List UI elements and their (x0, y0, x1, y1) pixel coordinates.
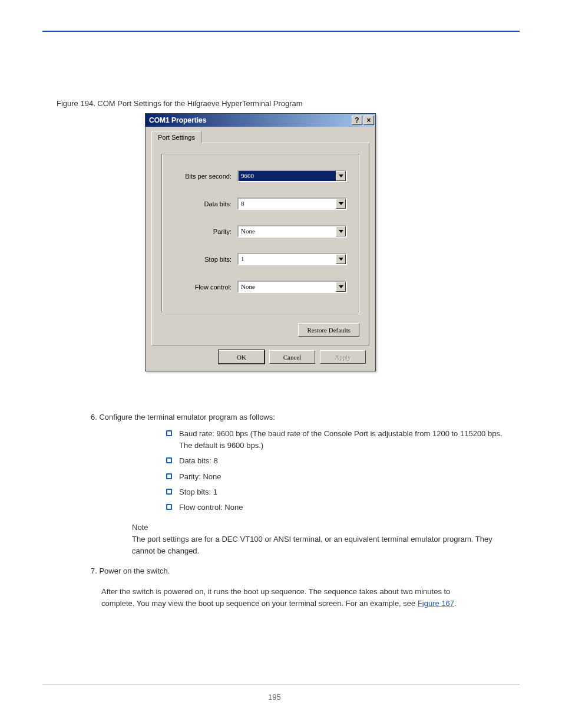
data-bits-select[interactable]: 8 (237, 197, 347, 210)
bullet-icon (166, 430, 172, 436)
help-icon[interactable]: ? (352, 116, 362, 125)
bullet-icon (166, 489, 172, 495)
stop-bits-select[interactable]: 1 (237, 253, 347, 265)
step-8-text-c: . (454, 599, 457, 608)
page-number: 195 (268, 693, 281, 701)
label-bits-per-second: Bits per second: (174, 173, 237, 180)
bullet-icon (166, 457, 172, 463)
parity-select[interactable]: None (237, 225, 347, 238)
note-body: The port settings are for a DEC VT100 or… (132, 533, 509, 557)
restore-defaults-button[interactable]: Restore Defaults (298, 323, 359, 337)
tab-port-settings[interactable]: Port Settings (151, 131, 201, 143)
label-data-bits: Data bits: (174, 200, 237, 207)
chevron-down-icon[interactable] (336, 171, 346, 181)
apply-button[interactable]: Apply (320, 350, 366, 364)
step-8-paragraph: After the switch is powered on, it runs … (101, 586, 478, 610)
label-stop-bits: Stop bits: (174, 256, 237, 263)
titlebar-title: COM1 Properties (149, 116, 351, 124)
list-item: Baud rate: 9600 bps (The baud rate of th… (179, 428, 503, 452)
list-item: Parity: None (179, 471, 222, 483)
step-8-text-a: After the switch is powered on, it runs … (101, 587, 450, 608)
step-7: 7. Power on the switch. (91, 565, 468, 577)
bits-per-second-select[interactable]: 9600 (237, 170, 347, 182)
settings-list: Baud rate: 9600 bps (The baud rate of th… (166, 428, 503, 513)
data-bits-value: 8 (239, 199, 336, 209)
cancel-button[interactable]: Cancel (269, 350, 315, 364)
settings-group: Bits per second: 9600 Data bits: 8 Parit… (161, 154, 359, 312)
com-properties-dialog: COM1 Properties ? × Port Settings Bits p… (145, 113, 376, 371)
chevron-down-icon[interactable] (336, 226, 346, 236)
bullet-icon (166, 473, 172, 479)
parity-value: None (239, 226, 336, 236)
note-block: Note The port settings are for a DEC VT1… (132, 522, 509, 557)
list-item: Data bits: 8 (179, 455, 218, 467)
ok-button[interactable]: OK (219, 350, 265, 364)
figure-caption: Figure 194. COM Port Settings for the Hi… (57, 99, 303, 108)
figure-link[interactable]: Figure 167 (418, 599, 454, 608)
tab-body: Bits per second: 9600 Data bits: 8 Parit… (151, 143, 369, 345)
titlebar: COM1 Properties ? × (146, 114, 375, 127)
flow-control-value: None (239, 282, 336, 292)
note-heading: Note (132, 522, 509, 533)
list-item: Stop bits: 1 (179, 486, 217, 498)
label-flow-control: Flow control: (174, 284, 237, 291)
bits-per-second-value: 9600 (239, 171, 336, 181)
step-6-intro: 6. Configure the terminal emulator progr… (91, 411, 503, 423)
chevron-down-icon[interactable] (336, 199, 346, 209)
bullet-icon (166, 504, 172, 510)
stop-bits-value: 1 (239, 254, 336, 264)
label-parity: Parity: (174, 228, 237, 235)
chevron-down-icon[interactable] (336, 254, 346, 264)
close-icon[interactable]: × (363, 116, 374, 125)
chevron-down-icon[interactable] (336, 282, 346, 292)
flow-control-select[interactable]: None (237, 281, 347, 293)
list-item: Flow control: None (179, 502, 243, 513)
